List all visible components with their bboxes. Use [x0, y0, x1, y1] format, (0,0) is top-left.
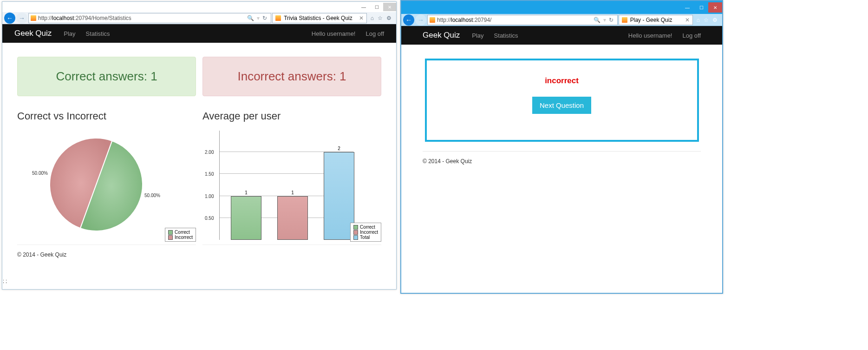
search-icon[interactable]: 🔍 [594, 17, 600, 23]
pie-chart: 50.00% 50.00% Correct Incorrect [17, 124, 196, 245]
nav-play[interactable]: Play [472, 32, 483, 39]
home-icon[interactable]: ⌂ [697, 17, 700, 23]
page-content: Geek Quiz Play Statistics Hello username… [401, 26, 722, 293]
footer: © 2014 - Geek Quiz [423, 151, 701, 168]
refresh-icon[interactable]: ↻ [609, 17, 613, 23]
pie-heading: Correct vs Incorrect [17, 110, 196, 122]
browser-window-statistics: — ☐ ✕ ← → http://localhost:20794/Home/St… [2, 1, 397, 290]
minimize-button[interactable]: — [357, 3, 370, 11]
brand[interactable]: Geek Quiz [423, 31, 460, 40]
bar-legend: Correct Incorrect Total [350, 223, 381, 242]
brand[interactable]: Geek Quiz [14, 29, 52, 38]
forward-button[interactable]: → [415, 14, 426, 26]
greeting[interactable]: Hello username! [312, 30, 356, 37]
maximize-button[interactable]: ☐ [694, 2, 708, 13]
tab-title: Trivia Statistics - Geek Quiz [284, 15, 352, 21]
forward-button[interactable]: → [16, 13, 27, 24]
tab-close-icon[interactable]: ✕ [355, 15, 364, 21]
bar-heading: Average per user [202, 110, 381, 122]
browser-tab[interactable]: Trivia Statistics - Geek Quiz ✕ [272, 13, 367, 23]
tab-title: Play - Geek Quiz [630, 17, 672, 23]
result-label: incorrect [427, 76, 697, 86]
maximize-button[interactable]: ☐ [370, 3, 383, 11]
window-titlebar: — ☐ ✕ [401, 1, 722, 14]
incorrect-alert: Incorrect answers: 1 [202, 57, 381, 96]
site-icon [31, 15, 36, 21]
stray-text: ; ; [3, 278, 7, 284]
close-button[interactable]: ✕ [383, 3, 396, 11]
tab-favicon [275, 15, 281, 21]
app-navbar: Geek Quiz Play Statistics Hello username… [401, 26, 722, 45]
logoff-link[interactable]: Log off [682, 32, 701, 39]
nav-statistics[interactable]: Statistics [86, 30, 110, 37]
browser-toolbar: ← → http://localhost:20794/Home/Statisti… [2, 12, 396, 24]
pie-legend: Correct Incorrect [165, 228, 196, 242]
tools-icon[interactable]: ⚙ [712, 17, 718, 23]
window-titlebar: — ☐ ✕ [2, 2, 396, 12]
back-button[interactable]: ← [4, 13, 15, 24]
url-text: http://localhost:20794/Home/Statistics [38, 15, 245, 21]
tab-close-icon[interactable]: ✕ [681, 17, 690, 23]
url-text: http://localhost:20794/ [437, 17, 592, 23]
nav-play[interactable]: Play [64, 30, 75, 37]
bar-chart: 0.50 1.00 1.50 2.00 1 1 2 [202, 124, 381, 245]
nav-statistics[interactable]: Statistics [494, 32, 518, 39]
address-bar[interactable]: http://localhost:20794/ 🔍 ▾ ↻ [427, 15, 618, 25]
home-icon[interactable]: ⌂ [371, 15, 374, 21]
browser-toolbar: ← → http://localhost:20794/ 🔍 ▾ ↻ Play -… [401, 14, 722, 26]
correct-alert: Correct answers: 1 [17, 57, 196, 96]
back-button[interactable]: ← [403, 14, 414, 26]
browser-tab[interactable]: Play - Geek Quiz ✕ [619, 15, 693, 25]
favorites-icon[interactable]: ☆ [378, 15, 383, 21]
tab-favicon [622, 17, 627, 23]
pie-label-correct: 50.00% [144, 193, 160, 198]
minimize-button[interactable]: — [680, 2, 694, 13]
favorites-icon[interactable]: ☆ [704, 17, 709, 23]
page-content: Geek Quiz Play Statistics Hello username… [2, 24, 396, 289]
site-icon [430, 17, 435, 23]
tools-icon[interactable]: ⚙ [386, 15, 392, 21]
address-bar[interactable]: http://localhost:20794/Home/Statistics 🔍… [28, 13, 271, 23]
close-button[interactable]: ✕ [708, 2, 722, 13]
app-navbar: Geek Quiz Play Statistics Hello username… [2, 24, 396, 43]
pie-label-incorrect: 50.00% [32, 171, 48, 176]
logoff-link[interactable]: Log off [365, 30, 384, 37]
greeting[interactable]: Hello username! [628, 32, 672, 39]
footer: © 2014 - Geek Quiz [17, 245, 381, 262]
quiz-panel: incorrect Next Question [425, 59, 699, 142]
browser-window-play: — ☐ ✕ ← → http://localhost:20794/ 🔍 ▾ ↻ … [400, 0, 723, 294]
search-icon[interactable]: 🔍 [247, 15, 254, 21]
next-question-button[interactable]: Next Question [532, 97, 591, 114]
refresh-icon[interactable]: ↻ [262, 15, 267, 21]
